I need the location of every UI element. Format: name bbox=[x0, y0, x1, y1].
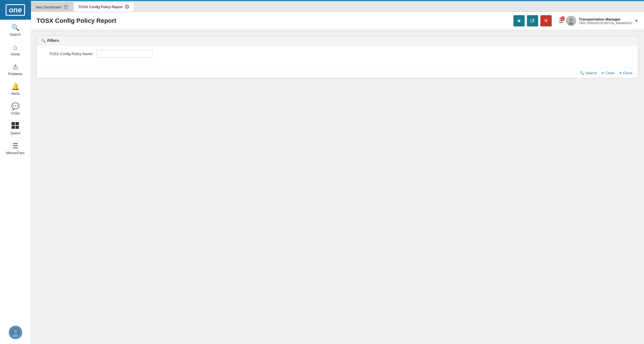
search-action-icon: 🔍 bbox=[580, 71, 584, 75]
alerts-icon: 🔔 bbox=[11, 83, 20, 91]
main-content: Neo Dashboard ✕ TOSX Config Policy Repor… bbox=[31, 0, 644, 344]
svg-rect-2 bbox=[12, 126, 15, 129]
menu-button[interactable]: ☰ 1 bbox=[559, 17, 564, 24]
menus-icon: ☰ bbox=[12, 142, 19, 150]
logo-text: one bbox=[6, 4, 25, 16]
content-area: 🔍 Filters TOSX Config Policy Name: 🔍 Sea… bbox=[31, 30, 644, 344]
close-icon: ✕ bbox=[544, 18, 548, 24]
tab-label: TOSX Config Policy Report bbox=[78, 5, 122, 9]
tab-label: Neo Dashboard bbox=[36, 5, 61, 9]
sidebar-item-label: Menus/Favs bbox=[6, 151, 24, 155]
chats-icon: 💬 bbox=[11, 102, 20, 110]
policy-name-label: TOSX Config Policy Name: bbox=[43, 52, 93, 56]
close-action-icon: ✕ bbox=[619, 71, 622, 75]
svg-rect-0 bbox=[12, 122, 15, 125]
filters-title: Filters bbox=[47, 38, 59, 43]
sidebar-item-problems[interactable]: ⚠ Problems bbox=[0, 59, 31, 79]
home-icon: ⌂ bbox=[13, 43, 17, 51]
filter-icon: 🔍 bbox=[41, 38, 46, 43]
tab-neo-dashboard[interactable]: Neo Dashboard ✕ bbox=[31, 2, 73, 12]
problems-icon: ⚠ bbox=[12, 63, 19, 71]
user-text: Transportation Manager TMS.TRANSPORTATIO… bbox=[579, 17, 632, 25]
user-avatar[interactable] bbox=[8, 325, 23, 339]
header-divider bbox=[555, 17, 555, 25]
user-info[interactable]: Transportation Manager TMS.TRANSPORTATIO… bbox=[566, 16, 639, 26]
filter-row-policy-name: TOSX Config Policy Name: bbox=[43, 50, 632, 58]
sidebar-item-switch[interactable]: Switch bbox=[0, 118, 31, 138]
close-link[interactable]: ✕ Close bbox=[619, 71, 632, 75]
dropdown-arrow-icon: ▼ bbox=[634, 19, 638, 23]
sidebar-item-label: Switch bbox=[10, 131, 20, 135]
clear-action-icon: ✏ bbox=[601, 71, 605, 75]
sidebar-item-home[interactable]: ⌂ Home bbox=[0, 39, 31, 59]
search-icon: 🔍 bbox=[11, 24, 20, 32]
refresh-icon: ↺ bbox=[530, 17, 535, 24]
sidebar-item-alerts[interactable]: 🔔 Alerts bbox=[0, 79, 31, 98]
clear-link[interactable]: ✏ Clear bbox=[601, 71, 614, 75]
search-link[interactable]: 🔍 Search bbox=[580, 71, 597, 75]
favorite-button[interactable]: ★ bbox=[513, 15, 525, 26]
page-header: TOSX Config Policy Report ★ ↺ ✕ ☰ 1 bbox=[31, 12, 644, 30]
svg-point-8 bbox=[570, 18, 573, 21]
close-link-label: Close bbox=[623, 71, 632, 75]
svg-rect-1 bbox=[15, 122, 19, 125]
header-actions: ★ ↺ ✕ ☰ 1 bbox=[513, 15, 639, 26]
search-link-label: Search bbox=[585, 71, 597, 75]
filters-panel: 🔍 Filters TOSX Config Policy Name: 🔍 Sea… bbox=[37, 36, 638, 78]
logo[interactable]: one bbox=[0, 0, 31, 20]
tab-tosx-report[interactable]: TOSX Config Policy Report ✕ bbox=[73, 2, 134, 12]
notification-badge: 1 bbox=[560, 16, 565, 21]
tab-close-neo-dashboard[interactable]: ✕ bbox=[64, 5, 68, 9]
svg-point-5 bbox=[14, 330, 17, 333]
tabs-bar: Neo Dashboard ✕ TOSX Config Policy Repor… bbox=[31, 1, 644, 12]
user-role: TMS.TRANSPORTATION_MANAGER bbox=[579, 21, 632, 25]
sidebar-item-search[interactable]: 🔍 Search bbox=[0, 20, 31, 39]
star-icon: ★ bbox=[517, 18, 521, 24]
filters-body: TOSX Config Policy Name: bbox=[37, 45, 638, 68]
sidebar-item-label: Home bbox=[11, 52, 20, 56]
sidebar-item-label: Alerts bbox=[11, 92, 20, 96]
close-page-button[interactable]: ✕ bbox=[540, 15, 552, 26]
switch-icon bbox=[12, 122, 19, 130]
avatar-circle bbox=[9, 326, 22, 339]
filters-footer: 🔍 Search ✏ Clear ✕ Close bbox=[37, 68, 638, 78]
user-avatar-small bbox=[566, 16, 576, 26]
sidebar: one 🔍 Search ⌂ Home ⚠ Problems 🔔 Alerts … bbox=[0, 0, 31, 344]
sidebar-item-label: Problems bbox=[8, 72, 23, 76]
sidebar-item-menus[interactable]: ☰ Menus/Favs bbox=[0, 138, 31, 158]
user-name: Transportation Manager bbox=[579, 17, 632, 21]
filters-header: 🔍 Filters bbox=[37, 36, 638, 45]
svg-rect-3 bbox=[15, 126, 19, 129]
policy-name-input[interactable] bbox=[97, 50, 153, 58]
page-title: TOSX Config Policy Report bbox=[37, 17, 510, 24]
refresh-button[interactable]: ↺ bbox=[527, 15, 538, 26]
sidebar-item-label: Search bbox=[10, 33, 21, 37]
clear-link-label: Clear bbox=[606, 71, 614, 75]
tab-close-tosx-report[interactable]: ✕ bbox=[125, 5, 129, 9]
sidebar-item-chats[interactable]: 💬 Chats bbox=[0, 98, 31, 118]
sidebar-item-label: Chats bbox=[11, 111, 20, 115]
